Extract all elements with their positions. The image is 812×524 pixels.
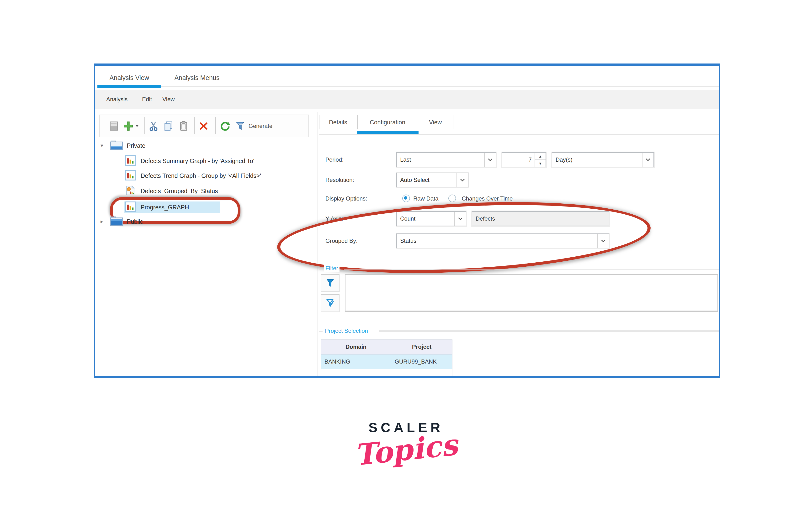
radio-changes-over-time[interactable] [449, 195, 456, 202]
paste-icon [178, 121, 189, 131]
tab-analysis-menus[interactable]: Analysis Menus [161, 70, 233, 86]
add-graph-button[interactable] [123, 120, 134, 132]
tab-configuration[interactable]: Configuration [360, 115, 416, 129]
table-cell-domain-value: BANKING [324, 358, 350, 365]
table-empty-row [321, 369, 391, 378]
radio-raw-data-label[interactable]: Raw Data [413, 195, 438, 202]
graph-icon [125, 170, 135, 181]
tab-details-label: Details [329, 119, 347, 126]
detail-tabstrip-baseline [319, 134, 719, 135]
detail-tab-separator [319, 115, 320, 129]
stepper-up-icon[interactable]: ▲ [535, 153, 546, 160]
set-filter-button[interactable] [321, 274, 340, 292]
menu-bar: Analysis Edit View [95, 90, 719, 109]
tree-item-defects-trend[interactable]: Defects Trend Graph - Group by '<All Fie… [95, 169, 317, 182]
refresh-button[interactable] [220, 120, 231, 132]
resolution-value: Auto Select [397, 177, 456, 183]
tree-item-defects-grouped[interactable]: Defects_Grouped_By_Status [95, 185, 317, 197]
fieldset-line [319, 269, 323, 269]
project-selection-title: Project Selection [324, 328, 369, 334]
tab-details[interactable]: Details [321, 115, 355, 129]
folder-icon [110, 140, 123, 152]
active-tab-underline [97, 85, 161, 88]
period-unit-select[interactable]: Day(s) [552, 152, 654, 167]
period-mode-value: Last [397, 157, 484, 163]
detail-tab-separator [357, 115, 358, 129]
delete-button[interactable] [198, 120, 209, 132]
column-header-domain-label: Domain [345, 344, 367, 350]
chevron-down-icon[interactable] [642, 153, 653, 167]
fieldset-line [319, 331, 323, 332]
filter-edit-icon [325, 298, 335, 308]
tree-item-private[interactable]: ▾ Private [95, 140, 317, 152]
menu-view[interactable]: View [162, 90, 175, 109]
fieldset-line [344, 269, 719, 269]
detail-tab-separator [418, 115, 418, 129]
period-number-stepper[interactable]: 7 ▲ ▼ [502, 152, 546, 167]
column-header-project[interactable]: Project [391, 340, 452, 354]
tab-view[interactable]: View [420, 115, 451, 129]
toolbar-separator [194, 117, 195, 134]
cut-button[interactable] [148, 120, 159, 132]
add-icon [123, 121, 133, 131]
caret-down-icon [135, 125, 139, 128]
edit-filter-button[interactable] [321, 294, 340, 312]
screenshot-canvas: Analysis View Analysis Menus Analysis Ed… [0, 0, 812, 524]
delete-x-icon [199, 121, 208, 131]
tab-separator [233, 70, 233, 85]
scissors-icon [148, 121, 159, 131]
generate-button-label[interactable]: Generate [248, 115, 272, 137]
paste-button[interactable] [178, 120, 189, 132]
tab-analysis-view[interactable]: Analysis View [97, 70, 161, 86]
content-divider [95, 112, 719, 112]
tabstrip-baseline [161, 86, 719, 87]
chevron-down-icon[interactable] [456, 173, 468, 187]
copy-icon [163, 121, 174, 131]
period-mode-select[interactable]: Last [396, 152, 496, 167]
toolbar-separator [144, 117, 145, 134]
chevron-down-icon[interactable] [484, 153, 496, 167]
tree-item-public[interactable]: ▸ Public [95, 215, 317, 228]
table-cell-project[interactable]: GURU99_BANK [391, 354, 452, 369]
resolution-label: Resolution: [325, 177, 354, 183]
tree-toolbar: Generate [99, 115, 309, 137]
table-cell-domain[interactable]: BANKING [321, 354, 391, 369]
table-empty-row [391, 369, 452, 378]
new-report-button[interactable] [108, 120, 119, 132]
collapse-arrow-icon[interactable]: ▸ [100, 218, 103, 225]
filter-condition-area[interactable] [345, 274, 718, 312]
period-label: Period: [325, 157, 344, 163]
menu-analysis[interactable]: Analysis [106, 90, 128, 109]
filter-icon [325, 278, 335, 288]
radio-changes-over-time-label[interactable]: Changes Over Time [462, 195, 513, 202]
tree-item-label: Defects Trend Graph - Group by '<All Fie… [141, 173, 261, 179]
column-header-domain[interactable]: Domain [321, 340, 391, 354]
tree-item-label: Public [127, 218, 143, 225]
generate-button[interactable] [234, 120, 246, 132]
period-unit-value: Day(s) [552, 157, 642, 163]
generate-funnel-icon [235, 121, 245, 131]
alm-window: Analysis View Analysis Menus Analysis Ed… [94, 64, 720, 378]
tab-configuration-label: Configuration [370, 119, 405, 126]
tab-view-label: View [429, 119, 442, 126]
stepper-down-icon[interactable]: ▼ [535, 160, 546, 167]
copy-button[interactable] [163, 120, 174, 132]
folder-icon [110, 216, 123, 228]
display-options-label: Display Options: [325, 195, 367, 202]
toolbar-separator [215, 117, 216, 134]
tree-item-defects-summary[interactable]: Defects Summary Graph - by 'Assigned To' [95, 155, 317, 167]
add-graph-dropdown[interactable] [134, 120, 140, 132]
detail-tab-separator [453, 115, 453, 129]
expand-arrow-icon[interactable]: ▾ [100, 143, 103, 149]
tree-item-label: Defects Summary Graph - by 'Assigned To' [141, 158, 254, 164]
column-header-project-label: Project [412, 344, 432, 350]
radio-raw-data[interactable] [402, 195, 410, 202]
report-icon [109, 121, 119, 131]
graph-icon [125, 155, 135, 167]
graph-document-icon [125, 185, 135, 197]
table-cell-project-value: GURU99_BANK [395, 358, 437, 365]
menu-edit[interactable]: Edit [142, 90, 152, 109]
resolution-select[interactable]: Auto Select [396, 173, 468, 187]
refresh-icon [220, 121, 230, 131]
tree-item-label: Defects_Grouped_By_Status [141, 187, 218, 195]
